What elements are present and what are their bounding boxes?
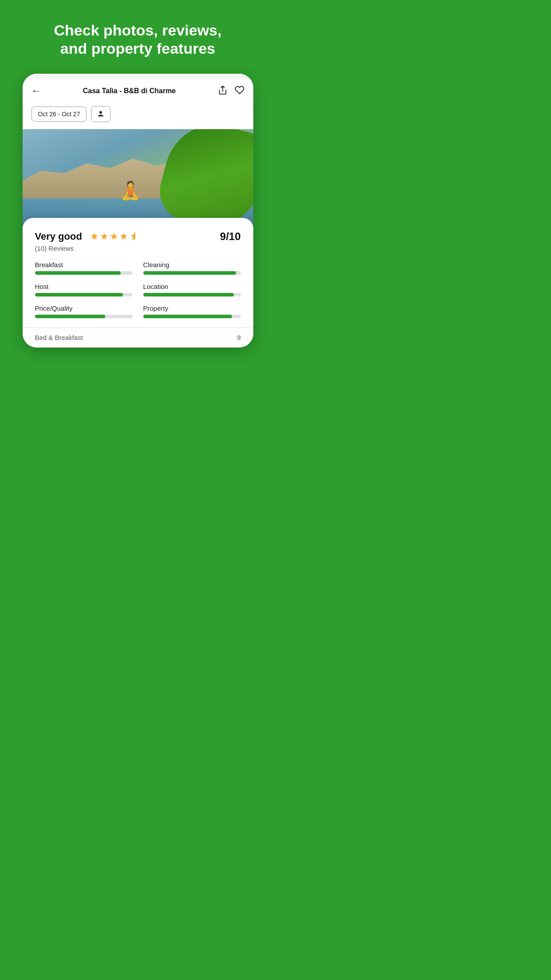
- progress-track: [35, 315, 133, 318]
- rating-item-label: Location: [143, 283, 241, 290]
- reviews-count: (10) Reviews: [35, 245, 241, 252]
- rating-item: Cleaning: [143, 261, 241, 275]
- progress-track: [143, 293, 241, 296]
- rating-item-label: Host: [35, 283, 133, 290]
- headline-line1: Check photos, reviews,: [54, 22, 222, 39]
- guest-button[interactable]: [91, 106, 110, 122]
- star-4: ★: [119, 231, 128, 242]
- rating-label: Very good: [35, 231, 82, 242]
- rating-item: Location: [143, 283, 241, 296]
- rating-item-label: Breakfast: [35, 261, 133, 269]
- progress-fill: [35, 271, 121, 275]
- progress-track: [143, 315, 241, 318]
- hero-image: 🧘: [23, 129, 253, 227]
- headline-line2: and property features: [60, 40, 216, 57]
- date-pill[interactable]: Oct 26 - Oct 27: [31, 107, 87, 122]
- progress-track: [35, 293, 133, 296]
- progress-fill: [35, 315, 105, 318]
- phone-top-bar: [23, 74, 253, 79]
- rating-item: Price/Quality: [35, 304, 133, 318]
- property-title: Casa Talìa - B&B di Charme: [41, 87, 218, 95]
- ratings-grid: BreakfastCleaningHostLocationPrice/Quali…: [35, 261, 241, 318]
- rating-item-label: Cleaning: [143, 261, 241, 269]
- rating-item-label: Property: [143, 304, 241, 312]
- stars-row: ★ ★ ★ ★ ⯨: [90, 231, 139, 242]
- progress-fill: [143, 271, 236, 275]
- star-3: ★: [110, 231, 118, 242]
- favorite-icon[interactable]: [235, 85, 244, 97]
- rating-item: Property: [143, 304, 241, 318]
- star-2: ★: [100, 231, 109, 242]
- phone-wrapper: ← Casa Talìa - B&B di Charme: [18, 74, 258, 348]
- app-header: ← Casa Talìa - B&B di Charme: [23, 79, 253, 102]
- back-button[interactable]: ←: [31, 86, 41, 96]
- rating-item: Breakfast: [35, 261, 133, 275]
- progress-fill: [35, 293, 123, 296]
- bottom-score: 9: [237, 334, 240, 341]
- reviews-header: Very good ★ ★ ★ ★ ⯨ 9/10: [35, 230, 241, 243]
- share-icon[interactable]: [218, 85, 228, 97]
- bottom-strip: Bed & Breakfast 9: [23, 327, 253, 348]
- progress-fill: [143, 293, 234, 296]
- progress-fill: [143, 315, 232, 318]
- star-half: ⯨: [129, 231, 139, 242]
- star-1: ★: [90, 231, 99, 242]
- svg-point-1: [99, 111, 102, 114]
- date-row: Oct 26 - Oct 27: [23, 102, 253, 129]
- header-icons: [218, 85, 244, 97]
- progress-track: [35, 271, 133, 275]
- phone-card: ← Casa Talìa - B&B di Charme: [23, 74, 253, 348]
- property-type: Bed & Breakfast: [35, 334, 83, 341]
- rating-item: Host: [35, 283, 133, 296]
- rating-item-label: Price/Quality: [35, 304, 133, 312]
- reviews-card: Very good ★ ★ ★ ★ ⯨ 9/10 (10) Reviews Br…: [23, 218, 253, 327]
- headline: Check photos, reviews, and property feat…: [36, 0, 240, 74]
- progress-track: [143, 271, 241, 275]
- score: 9/10: [220, 230, 241, 243]
